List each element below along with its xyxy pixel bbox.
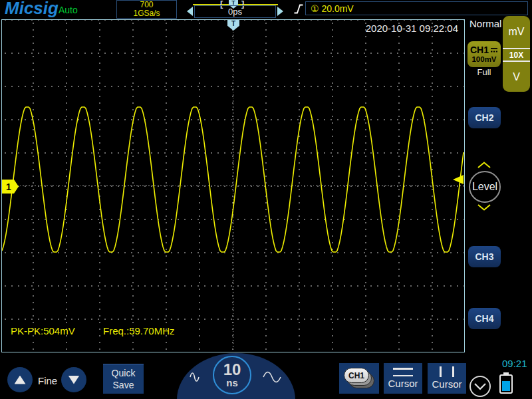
trigger-mode-label: Normal <box>469 18 501 29</box>
horizontal-cursor-icon <box>393 368 413 376</box>
horizontal-position-box[interactable]: 0ps <box>194 5 276 18</box>
waveform-canvas <box>2 20 464 352</box>
clock: 09:21 <box>502 358 527 369</box>
run-mode-indicator[interactable]: Auto <box>59 5 78 15</box>
probe-attenuation-button[interactable]: 10X <box>503 48 530 62</box>
timebase-value: 10 <box>223 362 241 378</box>
ch4-button[interactable]: CH4 <box>468 308 501 329</box>
ch1-label: CH1 <box>470 45 489 55</box>
acquisition-info-box[interactable]: 700 1GSa/s <box>116 0 177 19</box>
collapse-menu-button[interactable] <box>469 376 491 397</box>
up-triangle-icon <box>15 376 26 384</box>
dc-coupling-icon <box>490 47 498 53</box>
ch1-button[interactable]: CH1 100mV <box>467 41 501 67</box>
ch1-scale: 100mV <box>471 55 496 64</box>
waveform-trace <box>2 107 464 252</box>
brand-logo: Micsig <box>5 0 59 19</box>
level-down-chevron-icon[interactable] <box>477 204 491 211</box>
level-up-chevron-icon[interactable] <box>477 162 491 168</box>
quick-save-button[interactable]: Quick Save <box>103 364 144 394</box>
timestamp: 2020-10-31 09:22:04 <box>366 23 458 34</box>
timebase-unit: ns <box>226 378 238 388</box>
vertical-cursor-button[interactable]: Cursor <box>428 363 466 394</box>
vertical-scale-column: mV 10X V <box>503 16 530 92</box>
vertical-cursor-icon <box>440 366 454 377</box>
scale-down-button[interactable] <box>61 367 86 392</box>
timebase-knob[interactable]: 10 ns <box>213 356 251 394</box>
active-channel-label: CH1 <box>348 371 364 380</box>
timebase-zoom-out-sine-icon[interactable] <box>262 368 282 386</box>
pan-left-arrow-icon[interactable] <box>187 7 193 16</box>
sample-rate: 1GSa/s <box>133 9 160 18</box>
trigger-level-value: ① 20.0mV <box>311 3 354 14</box>
waveform-display-area[interactable]: 2020-10-31 09:22:04 T 1 PK-PK:504mV Freq… <box>1 19 465 352</box>
ch1-bandwidth-label: Full <box>467 67 501 77</box>
pan-right-arrow-icon[interactable] <box>277 7 283 16</box>
trigger-level-box[interactable]: ① 20.0mV <box>305 1 528 15</box>
ch2-button[interactable]: CH2 <box>468 107 501 128</box>
quick-save-line2: Save <box>113 379 134 391</box>
battery-level-fill <box>502 381 510 392</box>
horizontal-cursor-button[interactable]: Cursor <box>384 363 422 394</box>
trigger-slope-rising-icon[interactable] <box>293 3 304 15</box>
horizontal-position-value: 0ps <box>228 7 242 17</box>
right-sidebar: Normal mV 10X V CH1 100mV Full CH2 Level <box>466 16 532 352</box>
horizontal-cursor-label: Cursor <box>388 378 418 389</box>
channel1-marker-number: 1 <box>6 182 11 192</box>
vertical-cursor-label: Cursor <box>432 378 462 390</box>
active-channel-chip: CH1 <box>344 368 369 383</box>
top-bar: Micsig Auto 700 1GSa/s [ ] T 0ps ① 20.0m… <box>0 0 532 19</box>
channel-select-button[interactable]: CH1 <box>339 363 379 394</box>
oscilloscope-screen: Micsig Auto 700 1GSa/s [ ] T 0ps ① 20.0m… <box>0 0 532 399</box>
level-knob[interactable]: Level <box>469 171 501 203</box>
unit-v-button[interactable]: V <box>503 62 530 92</box>
timebase-zoom-in-sine-icon[interactable] <box>188 369 200 385</box>
down-triangle-icon <box>68 376 80 384</box>
measurement-pkpk: PK-PK:504mV <box>11 325 75 336</box>
trigger-time-letter: T <box>231 20 235 31</box>
chevron-down-icon <box>473 382 487 391</box>
bottom-bar: Fine Quick Save 10 ns CH1 Cursor <box>0 353 532 399</box>
unit-mv-button[interactable]: mV <box>503 16 530 48</box>
scale-up-button[interactable] <box>7 367 33 392</box>
battery-icon <box>499 374 513 394</box>
ch3-button[interactable]: CH3 <box>468 246 501 267</box>
fine-adjust-label: Fine <box>38 375 57 386</box>
measurement-frequency: Freq.:59.70MHz <box>103 325 175 336</box>
quick-save-line1: Quick <box>112 367 136 379</box>
level-label: Level <box>472 181 497 193</box>
